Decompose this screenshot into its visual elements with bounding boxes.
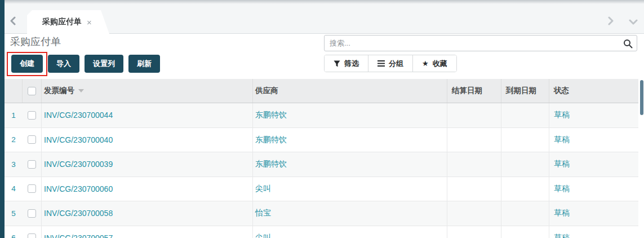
page-title: 采购应付单 [10,35,61,49]
due-date-cell [501,177,549,201]
supplier-link[interactable]: 东鹏特饮 [253,152,447,177]
due-date-cell [501,128,549,152]
row-number: 4 [5,177,23,201]
header-invoice[interactable]: 发票编号 [42,79,253,103]
table-row[interactable]: 1 INV/CG/230700044 东鹏特饮 草稿 [5,103,638,128]
tab-close-icon[interactable]: × [87,18,92,27]
refresh-button[interactable]: 刷新 [128,55,160,73]
row-checkbox[interactable] [28,135,36,144]
row-number: 3 [5,152,23,177]
invoice-table: 发票编号 供应商 结算日期 到期日期 状态 1 INV/CG/230700044… [5,79,638,238]
funnel-icon [334,60,340,67]
row-checkbox-cell [23,226,42,238]
header-supplier[interactable]: 供应商 [253,79,447,103]
status-badge: 草稿 [549,201,638,226]
search-box [324,35,637,51]
set-columns-button[interactable]: 设置列 [85,55,123,73]
header-supplier-label: 供应商 [255,86,278,96]
header-due-date-label: 到期日期 [506,86,536,96]
table-row[interactable]: 4 INV/CG/230700060 尖叫 草稿 [5,177,638,202]
row-checkbox[interactable] [28,160,36,169]
row-number: 1 [5,103,23,127]
supplier-link[interactable]: 怡宝 [253,201,447,226]
select-all-checkbox[interactable] [28,87,36,95]
invoice-number-link[interactable]: INV/CG/230700060 [42,177,253,201]
invoice-number-link[interactable]: INV/CG/230700057 [42,226,253,238]
invoice-number-link[interactable]: INV/CG/230700039 [42,152,253,177]
favorite-button[interactable]: ★ 收藏 [413,55,456,72]
supplier-link[interactable]: 尖叫 [253,177,447,201]
row-checkbox[interactable] [28,209,36,218]
settle-date-cell [447,128,501,152]
app-window: 采购应付单 × 采购应付单 创建 导入 设置列 刷新 筛选 分组 ★ 收藏 [0,0,644,238]
create-button[interactable]: 创建 [11,55,43,73]
group-lines-icon [377,60,385,67]
table-row[interactable]: 5 INV/CG/230700058 怡宝 草稿 [5,201,638,226]
table-header-row: 发票编号 供应商 结算日期 到期日期 状态 [5,79,638,103]
supplier-link[interactable]: 东鹏特饮 [253,103,447,127]
supplier-link[interactable]: 尖叫 [253,226,447,238]
tab-label: 采购应付单 [42,17,82,27]
row-number: 6 [5,226,23,238]
status-badge: 草稿 [549,128,638,152]
settle-date-cell [447,152,501,177]
tab-purchase-payables[interactable]: 采购应付单 × [27,10,109,34]
tab-scroll-left-icon[interactable] [9,16,18,25]
action-button-row: 创建 导入 设置列 刷新 [11,55,160,73]
status-badge: 草稿 [549,226,638,238]
star-icon: ★ [422,59,429,68]
group-button-label: 分组 [389,59,403,69]
settle-date-cell [447,226,501,238]
header-checkbox-cell [23,79,42,103]
search-input[interactable] [325,36,637,51]
row-checkbox-cell [23,128,42,152]
invoice-number-link[interactable]: INV/CG/230700044 [42,103,253,127]
left-edge-strip [0,0,5,238]
row-number: 5 [5,201,23,226]
filter-button-label: 筛选 [344,59,359,69]
header-invoice-label: 发票编号 [44,86,74,96]
due-date-cell [501,152,549,177]
invoice-number-link[interactable]: INV/CG/230700040 [42,128,253,152]
settle-date-cell [447,201,501,226]
row-checkbox[interactable] [28,233,36,238]
row-number: 2 [5,128,23,152]
import-button[interactable]: 导入 [48,55,79,73]
status-badge: 草稿 [549,177,638,201]
header-status-label: 状态 [554,86,569,96]
due-date-cell [501,201,549,226]
due-date-cell [501,226,549,238]
tab-scroll-right-icon[interactable] [606,16,615,25]
search-icon[interactable] [623,39,633,49]
filter-button[interactable]: 筛选 [325,55,368,72]
due-date-cell [501,103,549,127]
header-row-number [5,79,23,103]
row-checkbox[interactable] [28,184,36,193]
row-checkbox-cell [23,201,42,226]
settle-date-cell [447,177,501,201]
filter-button-group: 筛选 分组 ★ 收藏 [324,55,457,72]
table-row[interactable]: 6 INV/CG/230700057 尖叫 草稿 [5,226,638,238]
header-settle-date-label: 结算日期 [452,86,482,96]
tab-bar: 采购应付单 × [5,0,644,34]
header-due-date[interactable]: 到期日期 [501,79,549,103]
header-status[interactable]: 状态 [549,79,638,103]
status-badge: 草稿 [549,103,638,127]
status-badge: 草稿 [549,152,638,177]
header-settle-date[interactable]: 结算日期 [447,79,501,103]
settle-date-cell [447,103,501,127]
table-row[interactable]: 2 INV/CG/230700040 东鹏特饮 草稿 [5,128,638,153]
sort-desc-icon [78,89,84,92]
group-button[interactable]: 分组 [368,55,413,72]
row-checkbox-cell [23,152,42,177]
row-checkbox-cell [23,103,42,127]
table-row[interactable]: 3 INV/CG/230700039 东鹏特饮 草稿 [5,152,638,177]
favorite-button-label: 收藏 [433,59,447,69]
row-checkbox[interactable] [28,111,36,120]
invoice-number-link[interactable]: INV/CG/230700058 [42,201,253,226]
tab-list-dropdown-icon[interactable] [629,17,638,27]
row-checkbox-cell [23,177,42,201]
vertical-scrollbar-thumb[interactable] [640,80,643,115]
supplier-link[interactable]: 东鹏特饮 [253,128,447,152]
